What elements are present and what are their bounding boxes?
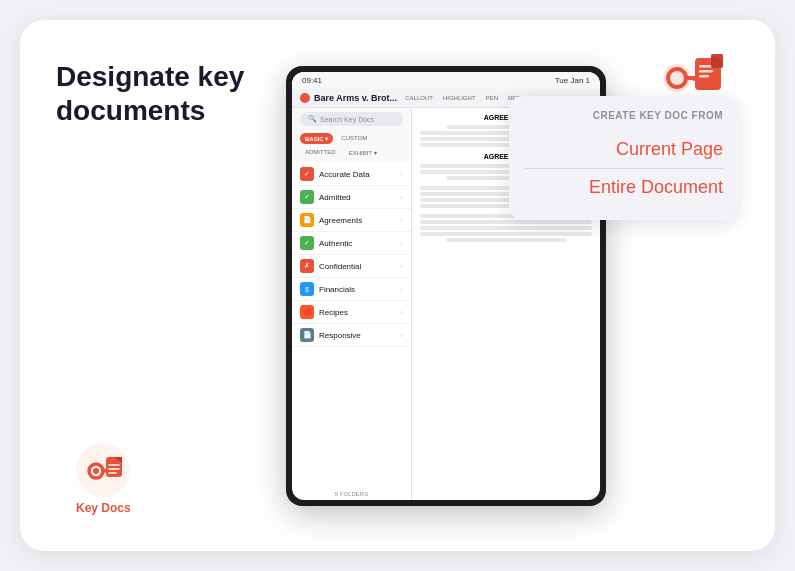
item-label-recipes: Recipes	[319, 308, 395, 317]
item-label-accurate: Accurate Data	[319, 170, 395, 179]
list-item[interactable]: 🔴 Recipes ›	[292, 301, 411, 324]
list-item[interactable]: 📄 Responsive ›	[292, 324, 411, 347]
doc-line	[420, 226, 592, 230]
tab-exhibit[interactable]: EXHIBIT ▾	[344, 147, 382, 158]
dropdown-option-current-page[interactable]: Current Page	[525, 131, 723, 169]
tool-callout[interactable]: CALLOUT	[402, 93, 436, 103]
category-tabs-2: ADMITTED EXHIBIT ▾	[292, 147, 411, 161]
search-input-mock[interactable]: 🔍 Search Key Docs	[300, 112, 403, 126]
item-icon-accurate: ✓	[300, 167, 314, 181]
list-item[interactable]: ✗ Confidential ›	[292, 255, 411, 278]
doc-line	[420, 232, 592, 236]
search-placeholder: Search Key Docs	[320, 116, 374, 123]
folders-count: 5 FOLDERS	[292, 488, 411, 500]
app-title: Bare Arms v. Brot...	[314, 93, 398, 103]
item-label-admitted: Admitted	[319, 193, 395, 202]
item-icon-agreements: 📄	[300, 213, 314, 227]
chevron-right-icon: ›	[400, 331, 403, 340]
search-icon: 🔍	[308, 115, 317, 123]
main-card: Designate key documents 09:41 Tue Jan 1 …	[20, 20, 775, 551]
sidebar: 🔍 Search Key Docs BASIC ▾ CUSTOM ADMITTE…	[292, 108, 412, 500]
search-area: 🔍 Search Key Docs	[292, 108, 411, 130]
key-docs-badge[interactable]: Key Docs	[76, 443, 131, 515]
chevron-right-icon: ›	[400, 216, 403, 225]
tab-custom[interactable]: CUSTOM	[336, 133, 372, 144]
current-page-label: Current Page	[616, 139, 723, 159]
list-item[interactable]: ✓ Authentic ›	[292, 232, 411, 255]
device-area: 09:41 Tue Jan 1 Bare Arms v. Brot... CAL…	[276, 56, 739, 515]
svg-point-13	[93, 468, 99, 474]
left-section: Designate key documents	[56, 56, 276, 127]
list-items-container: ✓ Accurate Data › ✓ Admitted › 📄	[292, 161, 411, 488]
category-tabs: BASIC ▾ CUSTOM	[292, 130, 411, 147]
item-icon-authentic: ✓	[300, 236, 314, 250]
item-label-agreements: Agreements	[319, 216, 395, 225]
list-item[interactable]: 📄 Agreements ›	[292, 209, 411, 232]
status-date: Tue Jan 1	[555, 76, 590, 85]
list-item[interactable]: ✓ Accurate Data ›	[292, 163, 411, 186]
key-docs-badge-icon	[76, 443, 130, 497]
doc-line	[420, 220, 592, 224]
item-label-confidential: Confidential	[319, 262, 395, 271]
status-time: 09:41	[302, 76, 322, 85]
item-icon-admitted: ✓	[300, 190, 314, 204]
chevron-right-icon: ›	[400, 308, 403, 317]
item-icon-recipes: 🔴	[300, 305, 314, 319]
dropdown-header: CREATE KEY DOC FROM	[525, 110, 723, 121]
headline: Designate key documents	[56, 60, 244, 127]
app-icon	[300, 93, 310, 103]
tool-highlight[interactable]: HIGHLIGHT	[440, 93, 479, 103]
dropdown-panel: CREATE KEY DOC FROM Current Page Entire …	[509, 96, 739, 220]
chevron-right-icon: ›	[400, 193, 403, 202]
chevron-right-icon: ›	[400, 285, 403, 294]
status-bar: 09:41 Tue Jan 1	[292, 72, 600, 89]
entire-document-label: Entire Document	[589, 177, 723, 197]
tab-basic[interactable]: BASIC ▾	[300, 133, 333, 144]
item-label-responsive: Responsive	[319, 331, 395, 340]
item-label-financials: Financials	[319, 285, 395, 294]
doc-line	[446, 238, 566, 242]
list-item[interactable]: ✓ Admitted ›	[292, 186, 411, 209]
chevron-right-icon: ›	[400, 239, 403, 248]
item-icon-confidential: ✗	[300, 259, 314, 273]
chevron-right-icon: ›	[400, 170, 403, 179]
tab-admitted[interactable]: ADMITTED	[300, 147, 341, 158]
item-icon-financials: $	[300, 282, 314, 296]
list-item[interactable]: $ Financials ›	[292, 278, 411, 301]
key-docs-label: Key Docs	[76, 501, 131, 515]
item-icon-responsive: 📄	[300, 328, 314, 342]
dropdown-option-entire-document[interactable]: Entire Document	[525, 169, 723, 206]
chevron-right-icon: ›	[400, 262, 403, 271]
tool-pen[interactable]: PEN	[483, 93, 501, 103]
item-label-authentic: Authentic	[319, 239, 395, 248]
